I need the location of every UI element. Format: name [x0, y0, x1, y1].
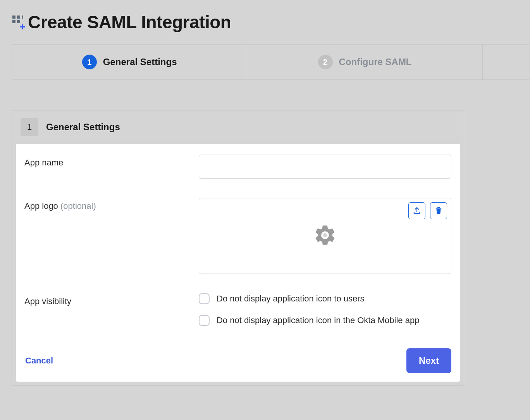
step-number-badge: 1 [82, 55, 97, 69]
visibility-option-hide-users[interactable]: Do not display application icon to users [199, 293, 451, 304]
form-actions: Cancel Next [24, 348, 451, 373]
app-logo-label-text: App logo [24, 201, 58, 211]
app-logo-row: App logo (optional) [24, 198, 451, 274]
checkbox-label: Do not display application icon in the O… [217, 315, 419, 325]
app-grid-add-icon: + [12, 15, 26, 29]
panel-header: 1 General Settings [12, 110, 464, 144]
visibility-option-hide-mobile[interactable]: Do not display application icon in the O… [199, 315, 451, 326]
app-logo-optional-text: (optional) [60, 201, 96, 211]
app-visibility-row: App visibility Do not display applicatio… [24, 293, 451, 337]
checkbox[interactable] [199, 315, 210, 326]
step-label: General Settings [103, 57, 177, 67]
app-name-input[interactable] [199, 155, 451, 179]
page-title: Create SAML Integration [28, 12, 231, 33]
app-visibility-label: App visibility [24, 293, 199, 306]
next-button[interactable]: Next [406, 348, 451, 373]
svg-point-1 [323, 233, 327, 237]
wizard-step-configure-saml[interactable]: 2 Configure SAML [247, 45, 482, 79]
delete-logo-button[interactable] [430, 202, 447, 219]
cancel-button[interactable]: Cancel [24, 353, 54, 368]
app-logo-dropzone[interactable] [199, 198, 451, 274]
general-settings-panel: 1 General Settings App name App logo (op… [12, 110, 464, 386]
upload-icon [413, 206, 421, 216]
checkbox-label: Do not display application icon to users [217, 294, 365, 304]
panel-title: General Settings [46, 122, 120, 133]
wizard-step-overflow [483, 45, 530, 79]
trash-icon [434, 206, 443, 216]
app-logo-label: App logo (optional) [24, 198, 199, 211]
app-name-label: App name [24, 155, 199, 168]
app-name-row: App name [24, 155, 451, 179]
upload-logo-button[interactable] [408, 202, 425, 219]
step-label: Configure SAML [339, 57, 412, 67]
panel-body: App name App logo (optional) [16, 144, 460, 382]
step-number-badge: 2 [318, 55, 333, 69]
wizard-steps: 1 General Settings 2 Configure SAML [12, 44, 530, 80]
wizard-step-general-settings[interactable]: 1 General Settings [12, 45, 247, 79]
panel-step-number: 1 [21, 118, 38, 136]
checkbox[interactable] [199, 293, 210, 304]
page-header: + Create SAML Integration [12, 12, 530, 33]
gear-icon [313, 224, 337, 248]
